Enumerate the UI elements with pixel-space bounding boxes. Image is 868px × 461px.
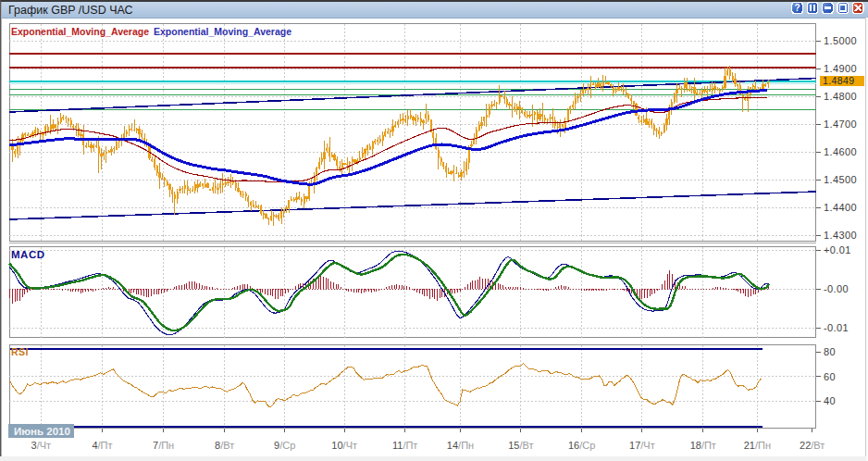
- svg-text:11/Пт: 11/Пт: [392, 440, 417, 451]
- svg-text:-0.01: -0.01: [824, 322, 849, 333]
- svg-text:1.4900: 1.4900: [824, 63, 857, 74]
- svg-text:7/Пн: 7/Пн: [153, 440, 174, 451]
- svg-text:9/Ср: 9/Ср: [274, 440, 295, 451]
- svg-text:1.4600: 1.4600: [824, 146, 857, 157]
- svg-text:1.4800: 1.4800: [824, 91, 857, 102]
- svg-text:Exponential_Moving_Average: Exponential_Moving_Average: [154, 26, 291, 37]
- svg-text:1.5000: 1.5000: [824, 35, 857, 46]
- svg-text:14/Пн: 14/Пн: [447, 440, 474, 451]
- svg-text:10/Чт: 10/Чт: [331, 440, 357, 451]
- svg-text:1.4849: 1.4849: [823, 75, 855, 86]
- svg-text:80: 80: [824, 346, 836, 357]
- svg-text:1.4700: 1.4700: [824, 118, 857, 130]
- svg-text:1.4400: 1.4400: [824, 202, 857, 213]
- svg-text:18/Пт: 18/Пт: [690, 440, 716, 451]
- svg-text:8/Вт: 8/Вт: [215, 440, 234, 451]
- svg-text:3/Чт: 3/Чт: [31, 440, 52, 451]
- svg-text:40: 40: [824, 395, 836, 406]
- svg-text:Exponential_Moving_Average: Exponential_Moving_Average: [11, 26, 149, 37]
- svg-text:15/Вт: 15/Вт: [508, 440, 533, 451]
- svg-text:17/Чт: 17/Чт: [629, 440, 655, 451]
- svg-text:60: 60: [824, 371, 836, 382]
- svg-text:4/Пт: 4/Пт: [92, 440, 112, 451]
- svg-text:RSI: RSI: [11, 346, 29, 357]
- svg-text:+0.01: +0.01: [824, 244, 851, 255]
- svg-text:-0.00: -0.00: [824, 283, 849, 294]
- svg-text:21/Пн: 21/Пн: [744, 440, 771, 451]
- svg-text:MACD: MACD: [11, 249, 45, 260]
- svg-text:?: ?: [795, 3, 800, 13]
- svg-text:График GBP /USD ЧАС: График GBP /USD ЧАС: [8, 4, 133, 17]
- svg-text:1.4500: 1.4500: [824, 174, 857, 185]
- svg-text:22/Вт: 22/Вт: [800, 440, 825, 451]
- svg-text:Июнь 2010: Июнь 2010: [14, 426, 70, 437]
- svg-text:1.4300: 1.4300: [824, 230, 857, 241]
- svg-text:16/Ср: 16/Ср: [568, 440, 595, 451]
